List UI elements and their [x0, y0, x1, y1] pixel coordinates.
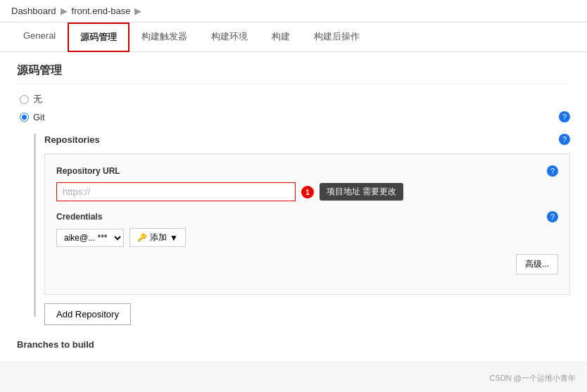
breadcrumb-dashboard[interactable]: Dashboard — [11, 6, 56, 16]
credentials-label: Credentials — [56, 212, 102, 222]
credentials-row: Credentials ? — [56, 211, 558, 222]
repo-url-label: Repository URL — [56, 166, 120, 176]
credentials-select[interactable]: aike@... *** — [56, 229, 124, 247]
advanced-row: 高级... — [56, 254, 558, 274]
add-btn-label: 添加 — [150, 232, 167, 244]
add-btn-arrow: ▼ — [170, 233, 178, 243]
breadcrumb-project[interactable]: front.end-base — [72, 6, 131, 16]
repositories-label: Repositories — [44, 134, 100, 145]
advanced-button[interactable]: 高级... — [516, 254, 558, 274]
tab-source[interactable]: 源码管理 — [68, 23, 130, 52]
add-repository-button[interactable]: Add Repository — [44, 303, 131, 325]
git-help-icon[interactable]: ? — [559, 111, 570, 122]
credentials-help-icon[interactable]: ? — [547, 211, 558, 222]
radio-label-none: 无 — [33, 93, 42, 106]
breadcrumb: Dashboard ▶ front.end-base ▶ — [0, 0, 587, 23]
radio-circle-none — [20, 95, 29, 104]
url-input-row: 1 项目地址 需要更改 — [56, 182, 558, 201]
radio-dot-git — [22, 115, 27, 120]
radio-group: 无 Git ? — [17, 93, 570, 122]
radio-circle-git — [20, 113, 29, 122]
repositories-help-icon[interactable]: ? — [559, 134, 570, 145]
repositories-section: Repositories ? Repository URL ? 1 项目地址 需… — [34, 134, 570, 336]
section-title: 源码管理 — [17, 63, 570, 84]
add-credential-button[interactable]: 🔑 添加 ▼ — [130, 228, 186, 247]
error-badge: 1 — [301, 186, 314, 198]
cred-controls: aike@... *** 🔑 添加 ▼ — [56, 228, 558, 247]
radio-label-git: Git — [33, 112, 45, 122]
tooltip-box: 项目地址 需要更改 — [320, 183, 403, 201]
left-border — [34, 134, 36, 317]
repo-url-input[interactable] — [56, 182, 296, 201]
repo-box: Repository URL ? 1 项目地址 需要更改 Credentials… — [44, 153, 570, 295]
radio-git[interactable]: Git ? — [20, 111, 570, 122]
repo-content: Repositories ? Repository URL ? 1 项目地址 需… — [44, 134, 570, 336]
radio-none[interactable]: 无 — [20, 93, 570, 106]
breadcrumb-sep2: ▶ — [134, 6, 141, 16]
main-content: 源码管理 无 Git ? Repositories ? — [0, 52, 587, 361]
repo-header: Repositories ? — [44, 134, 570, 145]
branches-to-build-label: Branches to build — [17, 339, 570, 350]
tabs-bar: General 源码管理 构建触发器 构建环境 构建 构建后操作 — [0, 23, 587, 52]
tab-general[interactable]: General — [11, 23, 68, 52]
tab-post-build[interactable]: 构建后操作 — [302, 23, 372, 52]
repo-url-field-row: Repository URL ? — [56, 165, 558, 177]
tab-triggers[interactable]: 构建触发器 — [130, 23, 199, 52]
tab-environment[interactable]: 构建环境 — [199, 23, 260, 52]
repo-url-help-icon[interactable]: ? — [547, 165, 558, 177]
tab-build[interactable]: 构建 — [260, 23, 302, 52]
key-icon: 🔑 — [137, 233, 147, 242]
breadcrumb-sep1: ▶ — [61, 6, 68, 16]
